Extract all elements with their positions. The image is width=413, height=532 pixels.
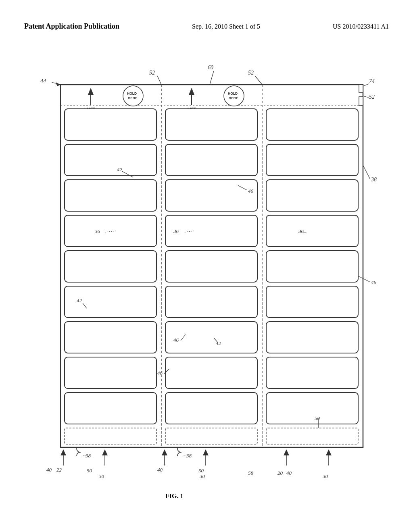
svg-text:30: 30 (322, 473, 328, 479)
svg-rect-16 (359, 85, 363, 93)
svg-marker-103 (284, 449, 289, 455)
publication-number: US 2010/0233411 A1 (333, 23, 389, 30)
svg-rect-36 (65, 322, 156, 353)
svg-marker-107 (326, 449, 332, 455)
svg-rect-37 (165, 322, 257, 353)
svg-text:46: 46 (371, 279, 377, 285)
svg-rect-32 (266, 251, 358, 282)
svg-rect-42 (65, 393, 156, 424)
svg-text:36: 36 (298, 228, 304, 234)
svg-rect-21 (65, 144, 156, 176)
svg-line-56 (255, 76, 262, 85)
svg-rect-24 (65, 180, 156, 211)
svg-text:52: 52 (369, 94, 375, 100)
svg-marker-85 (60, 449, 66, 455)
svg-rect-30 (65, 251, 156, 282)
svg-text:44: 44 (40, 78, 46, 84)
svg-text:36: 36 (94, 228, 100, 234)
svg-rect-31 (165, 251, 257, 282)
svg-rect-23 (266, 144, 358, 176)
svg-rect-39 (65, 357, 156, 389)
svg-line-62 (363, 165, 370, 179)
svg-text:30: 30 (98, 473, 104, 479)
svg-text:HERE: HERE (128, 96, 138, 100)
svg-text:52: 52 (248, 70, 254, 76)
svg-rect-40 (165, 357, 257, 389)
svg-line-60 (363, 96, 369, 98)
svg-rect-19 (165, 109, 257, 140)
svg-text:50: 50 (315, 415, 320, 421)
svg-line-52 (157, 76, 161, 85)
publication-title: Patent Application Publication (24, 22, 119, 31)
figure-caption: FIG. 1 (165, 493, 183, 500)
svg-line-54 (210, 71, 214, 85)
svg-rect-41 (266, 357, 358, 389)
svg-rect-47 (266, 428, 358, 444)
svg-rect-22 (165, 144, 257, 176)
svg-rect-17 (359, 97, 363, 106)
svg-text:42: 42 (77, 297, 82, 303)
svg-text:HOLD: HOLD (228, 91, 238, 96)
svg-rect-27 (65, 215, 156, 247)
svg-rect-28 (165, 215, 257, 247)
svg-text:50: 50 (198, 468, 204, 474)
svg-text:46: 46 (173, 337, 179, 343)
svg-text:~38: ~38 (184, 453, 192, 459)
svg-text:40: 40 (46, 467, 52, 473)
svg-text:46: 46 (248, 188, 254, 194)
svg-rect-20 (266, 109, 358, 140)
svg-rect-44 (266, 393, 358, 424)
svg-text:30: 30 (199, 473, 205, 479)
svg-text:52: 52 (149, 70, 155, 76)
svg-text:22: 22 (56, 467, 62, 473)
svg-rect-45 (65, 428, 156, 444)
svg-marker-94 (162, 449, 167, 455)
svg-rect-43 (165, 393, 257, 424)
svg-marker-98 (203, 449, 209, 455)
diagram-svg: LIFT HOLD HERE LIFT HOLD HERE (24, 52, 387, 516)
svg-text:20: 20 (277, 470, 283, 476)
svg-text:50: 50 (87, 468, 92, 474)
publication-date-sheet: Sep. 16, 2010 Sheet 1 of 5 (192, 23, 260, 30)
svg-text:58: 58 (248, 470, 254, 476)
patent-diagram: LIFT HOLD HERE LIFT HOLD HERE (24, 52, 401, 508)
svg-text:HERE: HERE (229, 96, 238, 100)
svg-rect-26 (266, 180, 358, 211)
svg-rect-18 (65, 109, 156, 140)
page-header: Patent Application Publication Sep. 16, … (0, 22, 413, 31)
svg-rect-34 (165, 286, 257, 318)
svg-text:60: 60 (208, 64, 213, 71)
svg-rect-25 (165, 180, 257, 211)
svg-text:~38: ~38 (83, 453, 91, 459)
svg-text:40: 40 (286, 470, 292, 476)
svg-line-58 (363, 84, 369, 86)
svg-marker-90 (102, 449, 108, 455)
svg-rect-46 (165, 428, 257, 444)
svg-text:38: 38 (371, 177, 377, 183)
svg-rect-35 (266, 286, 358, 318)
svg-text:40: 40 (157, 467, 163, 473)
svg-text:42: 42 (117, 166, 123, 172)
svg-text:74: 74 (369, 78, 375, 84)
svg-rect-29 (266, 215, 358, 247)
svg-text:HOLD: HOLD (127, 91, 137, 96)
svg-text:46: 46 (157, 370, 163, 376)
svg-text:36: 36 (173, 228, 179, 234)
svg-rect-38 (266, 322, 358, 353)
